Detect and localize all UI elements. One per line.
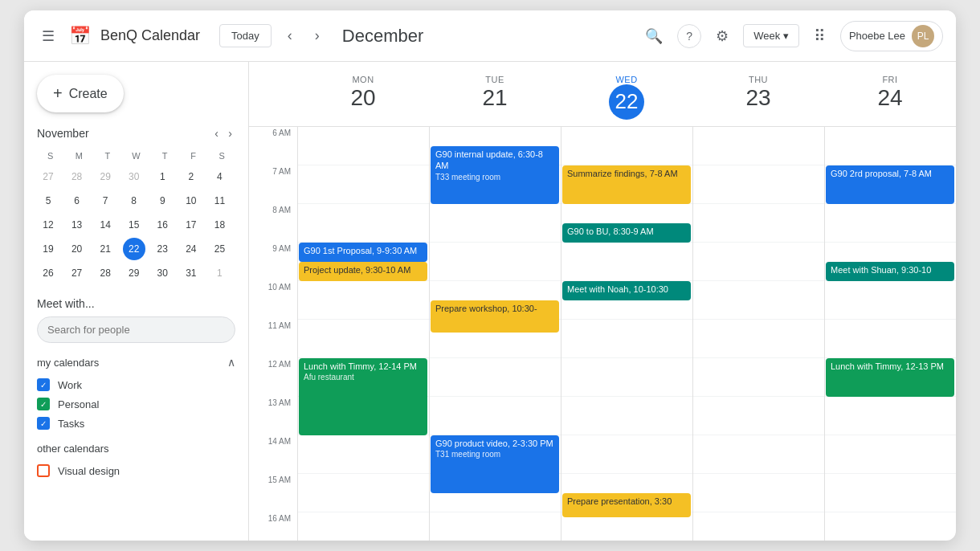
mini-day-16[interactable]: 16 bbox=[151, 214, 174, 236]
mini-day-29o[interactable]: 29 bbox=[94, 165, 116, 188]
day-num-24: 24 bbox=[827, 84, 953, 112]
day-name-wed: WED bbox=[564, 75, 689, 84]
mini-day-19[interactable]: 19 bbox=[37, 238, 59, 260]
search-button[interactable]: 🔍 bbox=[640, 22, 668, 50]
my-calendars-header[interactable]: my calendars ∧ bbox=[37, 356, 235, 369]
mini-day-22-today[interactable]: 22 bbox=[123, 238, 145, 260]
day-header-tue: TUE 21 bbox=[429, 68, 561, 126]
mini-day-30[interactable]: 30 bbox=[151, 262, 174, 284]
sidebar: + Create November ‹ › S M T W bbox=[24, 62, 249, 541]
mini-day-1n[interactable]: 1 bbox=[208, 262, 231, 284]
day-label-w: W bbox=[123, 148, 150, 164]
event-meet-noah[interactable]: Meet with Noah, 10-10:30 bbox=[562, 281, 691, 300]
day-label-f: F bbox=[180, 148, 207, 164]
visual-design-checkbox[interactable] bbox=[37, 464, 50, 477]
plus-icon: + bbox=[53, 84, 63, 103]
mini-day-2[interactable]: 2 bbox=[180, 165, 202, 188]
mini-day-23[interactable]: 23 bbox=[151, 238, 174, 260]
calendar-area: MON 20 TUE 21 WED 22 THU 23 FRI 24 bbox=[249, 62, 956, 541]
other-calendars-title: other calendars bbox=[37, 443, 109, 455]
mini-day-9[interactable]: 9 bbox=[151, 190, 174, 212]
day-header-thu: THU 23 bbox=[692, 68, 824, 126]
mini-day-4[interactable]: 4 bbox=[208, 165, 231, 188]
mini-cal-prev[interactable]: ‹ bbox=[211, 125, 222, 141]
mini-day-31[interactable]: 31 bbox=[180, 262, 202, 284]
mini-cal-grid: S M T W T F S 27 28 29 30 1 2 4 5 bbox=[37, 148, 235, 284]
meet-section: Meet with... bbox=[37, 297, 235, 343]
event-g90-internal[interactable]: G90 internal update, 6:30-8 AM T33 meeti… bbox=[431, 146, 559, 204]
event-g90-1st-proposal[interactable]: G90 1st Proposal, 9-9:30 AM bbox=[299, 243, 427, 262]
tasks-check-icon: ✓ bbox=[40, 419, 47, 428]
tasks-checkbox[interactable]: ✓ bbox=[37, 417, 50, 430]
cal-item-tasks[interactable]: ✓ Tasks bbox=[37, 414, 235, 433]
cal-item-personal[interactable]: ✓ Personal bbox=[37, 394, 235, 414]
day-num-23: 23 bbox=[696, 84, 821, 112]
help-button[interactable]: ? bbox=[677, 24, 701, 48]
mini-day-17[interactable]: 17 bbox=[180, 214, 202, 236]
mini-day-24[interactable]: 24 bbox=[180, 238, 202, 260]
day-name-tue: TUE bbox=[432, 75, 557, 84]
prev-button[interactable]: ‹ bbox=[281, 24, 299, 47]
header: ☰ 📅 BenQ Calendar Today ‹ › December 🔍 ?… bbox=[24, 10, 956, 62]
create-button[interactable]: + Create bbox=[37, 75, 124, 112]
mini-day-11[interactable]: 11 bbox=[208, 190, 231, 212]
mini-day-14[interactable]: 14 bbox=[94, 214, 116, 236]
mini-day-21[interactable]: 21 bbox=[94, 238, 116, 260]
mini-day-5[interactable]: 5 bbox=[37, 190, 59, 212]
mini-day-18[interactable]: 18 bbox=[208, 214, 231, 236]
day-name-mon: MON bbox=[300, 75, 426, 84]
mini-day-8[interactable]: 8 bbox=[123, 190, 145, 212]
day-name-fri: FRI bbox=[827, 75, 953, 84]
mini-cal-nav: ‹ › bbox=[211, 125, 235, 141]
user-profile[interactable]: Phoebe Lee PL bbox=[840, 21, 943, 51]
mini-day-28[interactable]: 28 bbox=[94, 262, 116, 284]
event-prepare-workshop[interactable]: Prepare workshop, 10:30- bbox=[431, 300, 559, 333]
cal-item-visual-design[interactable]: Visual design bbox=[37, 461, 235, 480]
mini-day-15[interactable]: 15 bbox=[123, 214, 145, 236]
mini-day-27o[interactable]: 27 bbox=[37, 165, 59, 188]
event-lunch-timmy-mon[interactable]: Lunch with Timmy, 12-14 PM Afu restauran… bbox=[299, 358, 427, 435]
event-g90-product-video[interactable]: G90 product video, 2-3:30 PM T31 meeting… bbox=[431, 435, 559, 493]
mini-day-30o[interactable]: 30 bbox=[123, 165, 145, 188]
time-6am: 6 AM bbox=[249, 127, 297, 165]
mini-day-26[interactable]: 26 bbox=[37, 262, 59, 284]
mini-day-13[interactable]: 13 bbox=[66, 214, 88, 236]
event-lunch-timmy-fri[interactable]: Lunch with Timmy, 12-13 PM bbox=[826, 358, 954, 397]
mini-day-7[interactable]: 7 bbox=[94, 190, 116, 212]
day-header-wed: WED 22 bbox=[561, 68, 692, 126]
settings-button[interactable]: ⚙ bbox=[711, 22, 733, 50]
time-4pm: 16 AM bbox=[249, 512, 297, 541]
mini-day-29[interactable]: 29 bbox=[123, 262, 145, 284]
time-grid: 6 AM 7 AM 8 AM 9 AM 10 AM 11 AM 12 AM 13… bbox=[249, 127, 956, 541]
event-project-update[interactable]: Project update, 9:30-10 AM bbox=[299, 262, 427, 281]
day-num-21: 21 bbox=[432, 84, 557, 112]
mini-day-6[interactable]: 6 bbox=[66, 190, 88, 212]
next-button[interactable]: › bbox=[308, 24, 326, 47]
event-summarize[interactable]: Summarize findings, 7-8 AM bbox=[562, 165, 691, 204]
work-checkbox[interactable]: ✓ bbox=[37, 378, 50, 391]
day-num-22: 22 bbox=[609, 84, 644, 120]
today-button[interactable]: Today bbox=[219, 24, 272, 47]
mini-day-27[interactable]: 27 bbox=[66, 262, 88, 284]
mini-day-25[interactable]: 25 bbox=[208, 238, 231, 260]
apps-grid-button[interactable]: ⠿ bbox=[809, 22, 831, 51]
view-selector[interactable]: Week ▾ bbox=[743, 24, 799, 47]
event-meet-shuan[interactable]: Meet with Shuan, 9:30-10 bbox=[826, 262, 954, 281]
event-prepare-presentation[interactable]: Prepare presentation, 3:30 bbox=[562, 493, 691, 517]
mini-cal-next[interactable]: › bbox=[225, 125, 235, 141]
event-g90-to-bu[interactable]: G90 to BU, 8:30-9 AM bbox=[562, 223, 691, 243]
personal-checkbox[interactable]: ✓ bbox=[37, 398, 50, 410]
mini-day-28o[interactable]: 28 bbox=[66, 165, 88, 188]
mini-day-1[interactable]: 1 bbox=[151, 165, 174, 188]
mini-day-12[interactable]: 12 bbox=[37, 214, 59, 236]
other-calendars-section: other calendars Visual design bbox=[37, 443, 235, 480]
cal-item-work[interactable]: ✓ Work bbox=[37, 375, 235, 394]
event-g90-2rd-proposal[interactable]: G90 2rd proposal, 7-8 AM bbox=[826, 165, 954, 204]
personal-label: Personal bbox=[58, 398, 99, 410]
time-labels-col: 6 AM 7 AM 8 AM 9 AM 10 AM 11 AM 12 AM 13… bbox=[249, 127, 297, 541]
other-calendars-header[interactable]: other calendars bbox=[37, 443, 235, 455]
mini-day-20[interactable]: 20 bbox=[66, 238, 88, 260]
mini-day-10[interactable]: 10 bbox=[180, 190, 202, 212]
menu-button[interactable]: ☰ bbox=[37, 22, 59, 50]
search-people-input[interactable] bbox=[37, 316, 235, 343]
